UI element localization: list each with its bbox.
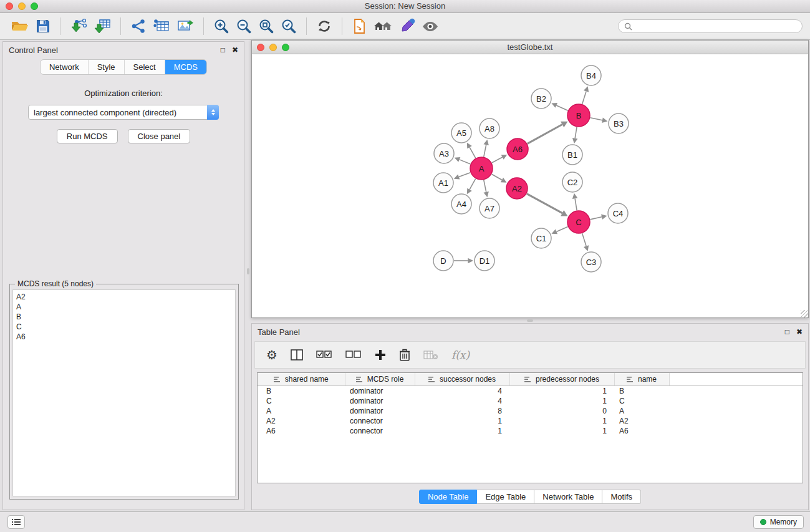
mcds-result-item[interactable]: A6 [16, 332, 232, 342]
paint-button[interactable] [396, 15, 418, 37]
close-panel-icon[interactable]: ✖ [796, 328, 803, 336]
table-row[interactable]: A6connector11A6 [258, 426, 803, 436]
graph-node-A2[interactable]: A2 [506, 178, 528, 199]
table-settings-button[interactable]: ⚙ [266, 349, 277, 361]
graph-edge-A-A8[interactable] [484, 145, 486, 157]
float-panel-icon[interactable]: □ [785, 328, 789, 336]
graph-node-C1[interactable]: C1 [531, 228, 551, 248]
import-network-button[interactable] [67, 15, 90, 37]
graph-edge-C-C1[interactable] [556, 227, 567, 232]
graph-node-B4[interactable]: B4 [581, 65, 601, 85]
deselect-all-button[interactable] [345, 351, 362, 359]
graph-edge-A-A6[interactable] [492, 157, 503, 163]
graph-node-B1[interactable]: B1 [562, 145, 582, 165]
open-file-button[interactable] [7, 15, 32, 37]
graph-edge-B-B4[interactable] [582, 91, 586, 104]
graph-edge-A-A5[interactable] [470, 147, 476, 158]
graph-edge-A-A4[interactable] [470, 179, 476, 190]
graph-edge-C-C4[interactable] [591, 217, 602, 220]
graph-edge-C-C3[interactable] [582, 233, 586, 246]
network-window-titlebar[interactable]: testGlobe.txt [252, 41, 808, 54]
mcds-result-item[interactable]: B [16, 312, 232, 322]
graph-node-C2[interactable]: C2 [562, 172, 582, 192]
tab-network[interactable]: Network [41, 60, 89, 74]
graph-node-B[interactable]: B [567, 104, 590, 127]
zoom-network-icon[interactable] [282, 44, 289, 51]
mcds-result-list[interactable]: A2ABCA6 [12, 289, 236, 496]
task-history-button[interactable] [7, 515, 25, 529]
graph-edge-B-B3[interactable] [591, 118, 602, 120]
graph-edge-A-A1[interactable] [459, 173, 470, 177]
select-all-button[interactable] [316, 351, 332, 359]
optimization-criterion-dropdown[interactable]: largest connected component (directed) [28, 105, 219, 120]
save-session-button[interactable] [32, 15, 54, 37]
memory-button[interactable]: Memory [753, 515, 804, 529]
home-button[interactable] [370, 15, 396, 37]
run-mcds-button[interactable]: Run MCDS [57, 129, 118, 143]
new-network-button[interactable] [127, 15, 150, 37]
network-table-button[interactable] [150, 15, 173, 37]
graph-edge-A6-B[interactable] [528, 124, 562, 143]
search-input[interactable] [636, 22, 796, 31]
graph-edge-A-A7[interactable] [484, 180, 486, 192]
graph-node-A7[interactable]: A7 [480, 198, 499, 218]
zoom-out-button[interactable] [233, 15, 255, 37]
mcds-result-item[interactable]: A2 [16, 292, 232, 302]
add-column-button[interactable] [375, 349, 386, 360]
graph-node-A3[interactable]: A3 [434, 143, 454, 163]
graph-edge-A-A3[interactable] [460, 160, 471, 164]
graph-node-C3[interactable]: C3 [581, 252, 601, 272]
zoom-in-button[interactable] [210, 15, 233, 37]
graph-node-A[interactable]: A [470, 157, 493, 180]
graph-edge-B-B1[interactable] [575, 127, 577, 138]
splitter-handle[interactable] [247, 268, 249, 274]
graph-node-A6[interactable]: A6 [507, 138, 528, 160]
tab-mcds[interactable]: MCDS [165, 60, 206, 74]
close-panel-icon[interactable]: ✖ [232, 46, 238, 54]
tab-motifs[interactable]: Motifs [602, 490, 641, 504]
table-row[interactable]: Adominator80A [258, 406, 803, 416]
function-builder-button[interactable]: f(x) [451, 349, 470, 361]
table-row[interactable]: Bdominator41B [258, 386, 803, 397]
graph-node-A5[interactable]: A5 [451, 123, 471, 143]
show-columns-button[interactable] [291, 349, 303, 360]
delete-table-button[interactable] [423, 350, 438, 360]
graph-node-A1[interactable]: A1 [433, 173, 453, 193]
export-image-button[interactable] [173, 15, 197, 37]
network-canvas[interactable]: B4B2BB3A5A8A6B1A3AC2A1A2A4A7C4CC1C3DD1 [252, 54, 808, 317]
graph-node-C4[interactable]: C4 [608, 203, 628, 223]
column-header-name[interactable]: name [614, 373, 669, 386]
tab-node-table[interactable]: Node Table [419, 490, 478, 504]
open-document-button[interactable] [349, 15, 370, 37]
graph-node-C[interactable]: C [567, 211, 590, 233]
graph-node-D[interactable]: D [433, 251, 453, 271]
mcds-result-item[interactable]: A [16, 302, 232, 312]
column-header-predecessor-nodes[interactable]: predecessor nodes [509, 373, 614, 386]
show-hide-button[interactable] [418, 15, 442, 37]
zoom-fit-button[interactable] [255, 15, 277, 37]
delete-column-button[interactable] [399, 349, 410, 361]
graph-edge-A-A2[interactable] [492, 174, 502, 180]
mcds-result-item[interactable]: C [16, 322, 232, 332]
zoom-selected-button[interactable] [277, 15, 300, 37]
graph-edge-B-B2[interactable] [556, 105, 567, 110]
graph-node-D1[interactable]: D1 [475, 251, 494, 271]
close-window-icon[interactable] [6, 2, 13, 10]
tab-edge-table[interactable]: Edge Table [477, 490, 534, 504]
zoom-window-icon[interactable] [31, 2, 38, 10]
table-row[interactable]: A2connector11A2 [258, 416, 803, 426]
minimize-window-icon[interactable] [18, 2, 26, 10]
tab-select[interactable]: Select [125, 60, 165, 74]
splitter-handle[interactable] [527, 319, 533, 322]
column-header-mcds-role[interactable]: MCDS role [345, 373, 415, 386]
minimize-network-icon[interactable] [269, 44, 277, 51]
column-header-successor-nodes[interactable]: successor nodes [415, 373, 509, 386]
search-field[interactable] [618, 19, 803, 33]
tab-style[interactable]: Style [89, 60, 125, 74]
import-table-button[interactable] [90, 15, 114, 37]
table-row[interactable]: Cdominator41C [258, 396, 803, 406]
attribute-table[interactable]: shared nameMCDS rolesuccessor nodesprede… [258, 373, 803, 436]
graph-node-B3[interactable]: B3 [609, 114, 629, 133]
graph-node-B2[interactable]: B2 [531, 89, 551, 109]
float-panel-icon[interactable]: □ [221, 46, 225, 54]
